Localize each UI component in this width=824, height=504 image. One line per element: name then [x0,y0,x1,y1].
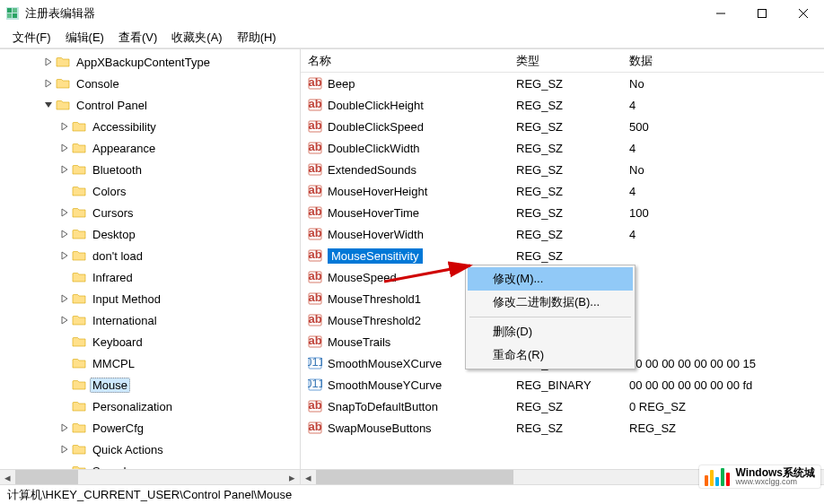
value-data: 00 00 00 00 00 00 00 15 [622,357,824,370]
svg-text:ab: ab [308,291,321,304]
tree-view[interactable]: AppXBackupContentTypeConsoleControl Pane… [0,49,300,482]
string-value-icon: ab [308,205,322,220]
chevron-right-icon[interactable] [57,122,72,131]
context-menu-modify[interactable]: 修改(M)... [468,267,633,291]
value-data: No [622,163,824,177]
tree-item[interactable]: Control Panel [0,94,300,116]
menu-help[interactable]: 帮助(H) [232,28,282,48]
menu-favorites[interactable]: 收藏夹(A) [166,28,227,48]
list-row[interactable]: abBeepREG_SZNo [301,73,824,94]
value-type: REG_SZ [509,400,622,413]
list-row[interactable]: abMouseHoverHeightREG_SZ4 [301,180,824,202]
chevron-right-icon[interactable] [41,57,56,66]
svg-text:ab: ab [308,141,321,153]
list-row[interactable]: abDoubleClickWidthREG_SZ4 [301,137,824,159]
menu-file[interactable]: 文件(F) [7,28,57,48]
chevron-right-icon[interactable] [57,445,72,454]
binary-value-icon: 011 [308,378,322,392]
chevron-right-icon[interactable] [57,165,72,174]
value-name: MouseTrails [328,335,390,349]
folder-icon [72,399,86,413]
tree-item[interactable]: Colors [0,180,300,202]
chevron-right-icon[interactable] [57,423,72,432]
folder-icon [72,356,86,370]
tree-item[interactable]: Keyboard [0,331,300,352]
scroll-right-icon[interactable]: ▸ [285,470,300,485]
tree-label: Cursors [90,205,136,221]
value-data: 4 [622,99,824,112]
menu-view[interactable]: 查看(V) [113,28,162,48]
svg-text:ab: ab [308,162,321,175]
chevron-down-icon[interactable] [41,100,56,109]
tree-item[interactable]: Bluetooth [0,159,300,180]
list-row[interactable]: 011SmoothMouseYCurveREG_BINARY00 00 00 0… [301,374,824,395]
status-path: 计算机\HKEY_CURRENT_USER\Control Panel\Mous… [7,487,292,503]
scroll-left-icon[interactable]: ◂ [301,470,316,485]
list-row[interactable]: abMouseHoverWidthREG_SZ4 [301,223,824,245]
value-type: REG_SZ [509,77,622,91]
column-name[interactable]: 名称 [301,49,509,72]
tree-item[interactable]: Mouse [0,374,300,395]
folder-icon [72,378,86,392]
string-value-icon: ab [308,313,322,327]
column-type[interactable]: 类型 [509,49,622,72]
value-type: REG_SZ [509,142,622,155]
titlebar: 注册表编辑器 [0,0,824,27]
chevron-right-icon[interactable] [57,251,72,260]
chevron-right-icon[interactable] [57,316,72,325]
context-menu-delete[interactable]: 删除(D) [468,320,633,343]
tree-item[interactable]: International [0,309,300,331]
list-row[interactable]: abExtendedSoundsREG_SZNo [301,159,824,180]
tree-horizontal-scrollbar[interactable]: ◂ ▸ [0,469,300,484]
tree-item[interactable]: Infrared [0,266,300,288]
chevron-right-icon[interactable] [57,230,72,239]
tree-item[interactable]: Quick Actions [0,439,300,460]
scrollbar-thumb[interactable] [15,470,78,484]
list-row[interactable]: abDoubleClickSpeedREG_SZ500 [301,116,824,137]
list-row[interactable]: abMouseSensitivityREG_SZ10 [301,245,824,266]
string-value-icon: ab [308,248,322,263]
value-name: DoubleClickHeight [328,99,424,112]
list-row[interactable]: abSwapMouseButtonsREG_SZ REG_SZ [301,417,824,439]
tree-item[interactable]: PowerCfg [0,417,300,439]
close-button[interactable] [783,0,824,27]
tree-item[interactable]: Desktop [0,223,300,245]
scroll-left-icon[interactable]: ◂ [0,470,15,485]
list-row[interactable]: abDoubleClickHeightREG_SZ4 [301,94,824,116]
value-name: SmoothMouseYCurve [328,378,442,392]
context-menu-modify-binary[interactable]: 修改二进制数据(B)... [468,291,633,314]
value-name: SwapMouseButtons [328,421,432,435]
chevron-right-icon[interactable] [57,143,72,152]
tree-item[interactable]: Cursors [0,202,300,223]
tree-item[interactable]: Input Method [0,288,300,309]
chevron-right-icon[interactable] [41,79,56,88]
tree-item[interactable]: Personalization [0,395,300,417]
tree-item[interactable]: Console [0,73,300,94]
maximize-button[interactable] [741,0,783,27]
minimize-button[interactable] [700,0,741,27]
svg-text:011: 011 [308,378,322,390]
list-row[interactable]: abMouseHoverTimeREG_SZ100 [301,202,824,223]
tree-item[interactable]: AppXBackupContentType [0,51,300,73]
list-row[interactable]: abSnapToDefaultButtonREG_SZ0 REG_SZ [301,395,824,417]
folder-icon [56,55,70,69]
tree-item[interactable]: Appearance [0,137,300,159]
badge-bars-icon [705,468,730,486]
tree-label: Accessibility [90,119,159,135]
column-data[interactable]: 数据 [622,49,824,72]
menu-edit[interactable]: 编辑(E) [60,28,110,48]
tree-item[interactable]: MMCPL [0,352,300,374]
scrollbar-thumb[interactable] [316,470,513,484]
tree-item[interactable]: don't load [0,245,300,266]
value-data: 4 [622,185,824,198]
context-menu-rename[interactable]: 重命名(R) [468,343,633,367]
value-name: MouseSensitivity [328,248,423,264]
value-data: 4 [622,142,824,155]
chevron-right-icon[interactable] [57,294,72,303]
list-body[interactable]: abBeepREG_SZNoabDoubleClickHeightREG_SZ4… [301,73,824,439]
value-name: MouseHoverWidth [328,228,424,241]
tree-item[interactable]: Accessibility [0,116,300,137]
value-name: MouseHoverHeight [328,185,427,198]
value-data: 500 [622,120,824,134]
chevron-right-icon[interactable] [57,208,72,217]
